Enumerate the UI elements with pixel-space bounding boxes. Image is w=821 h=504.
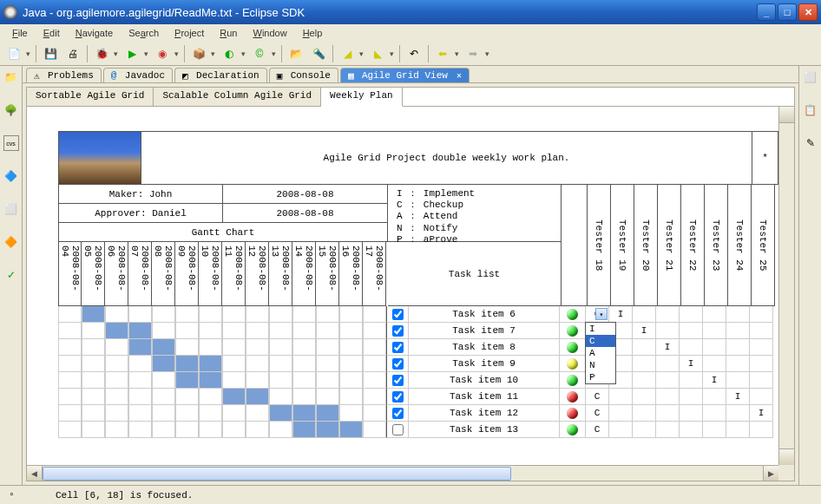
status-dot[interactable] [560, 422, 586, 438]
gantt-cell[interactable] [292, 405, 316, 422]
menu-window[interactable]: Window [246, 26, 293, 40]
run-icon[interactable]: ▶ [123, 45, 141, 62]
gantt-cell[interactable] [175, 306, 199, 323]
task-name[interactable]: Task item 9 [409, 356, 560, 372]
gantt-cell[interactable] [82, 389, 105, 405]
vertical-scrollbar[interactable] [778, 107, 794, 465]
debug-icon[interactable]: 🐞 [93, 45, 110, 62]
gantt-cell[interactable] [105, 356, 128, 372]
scroll-left-icon[interactable]: ◀ [27, 466, 43, 481]
tester-cell[interactable]: I [609, 306, 633, 323]
annotation2-icon[interactable]: ◣ [369, 45, 386, 62]
gantt-cell[interactable] [269, 306, 292, 323]
forward-icon[interactable]: ➡ [464, 45, 482, 62]
menu-file[interactable]: File [5, 26, 35, 40]
hierarchy-icon[interactable]: 🌳 [3, 102, 19, 118]
dropdown-list[interactable]: ICANP [585, 322, 616, 384]
task-name[interactable]: Task item 13 [409, 422, 560, 438]
gantt-cell[interactable] [246, 323, 269, 339]
gantt-cell[interactable] [58, 389, 82, 405]
gantt-cell[interactable] [269, 323, 292, 339]
tester-cell[interactable] [750, 372, 773, 389]
gantt-cell[interactable] [175, 389, 199, 405]
gantt-cell[interactable] [222, 389, 246, 405]
gantt-cell[interactable] [105, 422, 128, 438]
gantt-cell[interactable] [222, 356, 246, 372]
tester-cell[interactable] [726, 306, 750, 323]
dropdown-arrow-icon[interactable]: ▾ [595, 308, 608, 320]
gantt-cell[interactable] [222, 323, 246, 339]
annotation-icon[interactable]: ◢ [338, 45, 356, 62]
gantt-cell[interactable] [269, 422, 292, 438]
gantt-cell[interactable] [58, 372, 82, 389]
tester-cell[interactable] [703, 339, 726, 356]
gantt-cell[interactable] [339, 306, 363, 323]
gantt-cell[interactable] [222, 422, 246, 438]
gantt-cell[interactable] [82, 422, 105, 438]
menu-search[interactable]: Search [122, 26, 166, 40]
gantt-cell[interactable] [58, 405, 82, 422]
tester-cell[interactable] [633, 422, 656, 438]
tester-cell[interactable]: I [750, 405, 773, 422]
tester-cell[interactable] [703, 389, 726, 405]
gantt-cell[interactable] [339, 323, 363, 339]
tester-cell[interactable] [633, 339, 656, 356]
tester-cell[interactable] [726, 356, 750, 372]
gantt-cell[interactable] [339, 372, 363, 389]
gantt-cell[interactable] [269, 389, 292, 405]
gantt-cell[interactable] [363, 422, 386, 438]
tester-cell[interactable] [609, 389, 633, 405]
gantt-cell[interactable] [339, 422, 363, 438]
tester-cell[interactable]: C [586, 422, 609, 438]
gantt-cell[interactable] [363, 389, 386, 405]
gantt-cell[interactable] [339, 405, 363, 422]
tester-cell[interactable] [656, 422, 680, 438]
gantt-cell[interactable] [175, 372, 199, 389]
gantt-cell[interactable] [128, 422, 152, 438]
close-icon[interactable]: ✕ [456, 70, 462, 81]
gantt-cell[interactable] [175, 422, 199, 438]
task-checkbox[interactable] [386, 389, 409, 405]
gantt-cell[interactable] [199, 389, 222, 405]
gantt-cell[interactable] [152, 389, 175, 405]
edit-icon[interactable]: ✎ [803, 135, 818, 151]
gantt-cell[interactable] [128, 306, 152, 323]
ext-icon[interactable]: ◉ [154, 45, 171, 62]
tester-cell[interactable] [633, 405, 656, 422]
new-package-icon[interactable]: 📦 [190, 45, 207, 62]
menu-edit[interactable]: Edit [36, 26, 67, 40]
tab-agile-grid[interactable]: ▦Agile Grid View✕ [340, 68, 470, 82]
gantt-cell[interactable] [58, 323, 82, 339]
gantt-cell[interactable] [152, 405, 175, 422]
task-checkbox[interactable] [386, 306, 409, 323]
tester-cell[interactable] [750, 339, 773, 356]
gantt-cell[interactable] [58, 356, 82, 372]
back-icon[interactable]: ⬅ [434, 45, 451, 62]
tab-declaration[interactable]: ◩Declaration [174, 68, 267, 82]
gantt-cell[interactable] [316, 372, 339, 389]
restore-icon[interactable]: ⬜ [803, 69, 818, 85]
task-name[interactable]: Task item 11 [409, 389, 560, 405]
nav-icon[interactable]: 🔷 [3, 168, 19, 184]
tester-cell[interactable]: I [656, 339, 680, 356]
gantt-cell[interactable] [363, 306, 386, 323]
status-dot[interactable] [560, 306, 586, 323]
tab-console[interactable]: ▣Console [269, 68, 338, 82]
tab-problems[interactable]: ⚠Problems [26, 68, 102, 82]
tester-cell[interactable] [633, 306, 656, 323]
tester-cell[interactable] [656, 306, 680, 323]
gantt-cell[interactable] [292, 422, 316, 438]
tester-cell[interactable]: I [726, 389, 750, 405]
gantt-cell[interactable] [105, 405, 128, 422]
tester-cell[interactable] [680, 422, 703, 438]
task-name[interactable]: Task item 10 [409, 372, 560, 389]
gantt-cell[interactable] [199, 306, 222, 323]
gantt-cell[interactable] [199, 323, 222, 339]
tester-cell[interactable] [703, 405, 726, 422]
tester-cell[interactable] [680, 372, 703, 389]
task-checkbox[interactable] [386, 422, 409, 438]
tester-cell[interactable] [633, 389, 656, 405]
gantt-cell[interactable] [316, 306, 339, 323]
gantt-cell[interactable] [152, 422, 175, 438]
tab-scalable[interactable]: Scalable Column Agile Grid [154, 88, 321, 106]
